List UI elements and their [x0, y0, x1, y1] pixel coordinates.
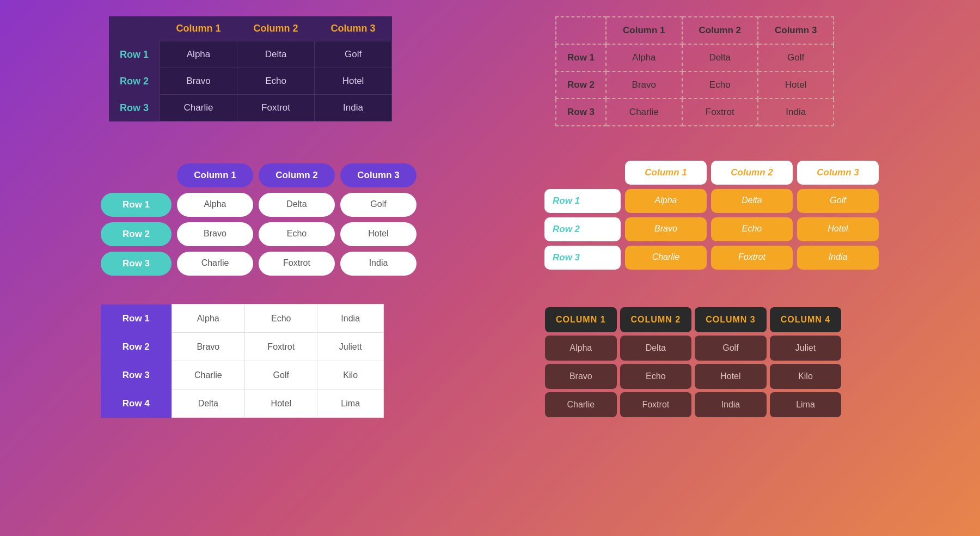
table3-r2c2: Echo — [259, 222, 335, 246]
table5-r4c1: Delta — [171, 389, 245, 418]
table3-corner — [101, 163, 171, 187]
table5-r4c2: Hotel — [245, 389, 317, 418]
table3-r1c2: Delta — [259, 193, 335, 217]
table4-r1c3: Golf — [797, 189, 879, 213]
table6-r3c2: Foxtrot — [620, 392, 692, 417]
table6-col3-header: COLUMN 3 — [695, 307, 767, 332]
table2-row2-header: Row 2 — [556, 71, 606, 99]
table5: Row 1 Alpha Echo India Row 2 Bravo Foxtr… — [101, 304, 384, 418]
table6-r2c3: Hotel — [695, 364, 767, 389]
table5-r1c1: Alpha — [171, 304, 245, 333]
table1-r3c2: Foxtrot — [237, 95, 315, 121]
table3-r3c3: India — [340, 252, 416, 276]
table5-r2c3: Juliett — [317, 333, 384, 361]
table3-col2-header: Column 2 — [259, 163, 335, 187]
table1-r3c3: India — [315, 95, 392, 121]
table4-col1-header: Column 1 — [625, 161, 707, 185]
table2-row1-header: Row 1 — [556, 44, 606, 71]
table2-col2-header: Column 2 — [682, 17, 758, 44]
table4-row1-header: Row 1 — [544, 189, 621, 213]
table4-r2c3: Hotel — [797, 217, 879, 241]
table2-r2c1: Bravo — [606, 71, 682, 99]
table3-r2c1: Bravo — [177, 222, 253, 246]
table4-r3c2: Foxtrot — [711, 246, 793, 270]
table1-r2c3: Hotel — [315, 68, 392, 95]
table4: Column 1 Column 2 Column 3 Row 1 Alpha D… — [544, 161, 879, 270]
table5-row1-header: Row 1 — [101, 304, 171, 333]
table5-r3c3: Kilo — [317, 361, 384, 389]
table5-r4c3: Lima — [317, 389, 384, 418]
table4-row3-header: Row 3 — [544, 246, 621, 270]
table1-r1c3: Golf — [315, 41, 392, 68]
table3-r2c3: Hotel — [340, 222, 416, 246]
table3-row2-header: Row 2 — [101, 222, 171, 246]
table1-row2-header: Row 2 — [109, 68, 160, 95]
table3-col3-header: Column 3 — [340, 163, 416, 187]
table3-r3c2: Foxtrot — [259, 252, 335, 276]
table5-r3c2: Golf — [245, 361, 317, 389]
table5-r1c2: Echo — [245, 304, 317, 333]
table4-col3-header: Column 3 — [797, 161, 879, 185]
table2-col1-header: Column 1 — [606, 17, 682, 44]
table4-row2-header: Row 2 — [544, 217, 621, 241]
table6-r2c1: Bravo — [545, 364, 617, 389]
table4-col2-header: Column 2 — [711, 161, 793, 185]
left-half: Column 1 Column 2 Column 3 Row 1 Alpha D… — [0, 0, 490, 536]
table4-r2c1: Bravo — [625, 217, 707, 241]
table6-r3c3: India — [695, 392, 767, 417]
table1-r1c1: Alpha — [160, 41, 237, 68]
table2-col3-header: Column 3 — [758, 17, 834, 44]
table6-col1-header: COLUMN 1 — [545, 307, 617, 332]
table3-row1-header: Row 1 — [101, 193, 171, 217]
table5-r2c2: Foxtrot — [245, 333, 317, 361]
table5-row2-header: Row 2 — [101, 333, 171, 361]
table6-r3c4: Lima — [770, 392, 842, 417]
table4-r3c3: India — [797, 246, 879, 270]
table2-r1c3: Golf — [758, 44, 834, 71]
table5-row4-header: Row 4 — [101, 389, 171, 418]
table2-r1c2: Delta — [682, 44, 758, 71]
table1-col3-header: Column 3 — [315, 16, 392, 41]
table1-corner — [109, 16, 160, 41]
table3: Column 1 Column 2 Column 3 Row 1 Alpha D… — [101, 163, 416, 276]
table1-r1c2: Delta — [237, 41, 315, 68]
table3-r1c1: Alpha — [177, 193, 253, 217]
table1-row1-header: Row 1 — [109, 41, 160, 68]
table3-r3c1: Charlie — [177, 252, 253, 276]
table2-row3-header: Row 3 — [556, 99, 606, 126]
table4-corner — [544, 161, 621, 185]
right-half: Column 1 Column 2 Column 3 Row 1 Alpha D… — [490, 0, 980, 536]
table6-r1c4: Juliet — [770, 336, 842, 361]
table3-col1-header: Column 1 — [177, 163, 253, 187]
table1-row3-header: Row 3 — [109, 95, 160, 121]
table4-r2c2: Echo — [711, 217, 793, 241]
table4-r1c1: Alpha — [625, 189, 707, 213]
table6-r2c2: Echo — [620, 364, 692, 389]
table6-col2-header: COLUMN 2 — [620, 307, 692, 332]
table6-r2c4: Kilo — [770, 364, 842, 389]
table1-col2-header: Column 2 — [237, 16, 315, 41]
table1-r2c2: Echo — [237, 68, 315, 95]
table5-row3-header: Row 3 — [101, 361, 171, 389]
table6-r1c2: Delta — [620, 336, 692, 361]
table3-row3-header: Row 3 — [101, 252, 171, 276]
page-container: Column 1 Column 2 Column 3 Row 1 Alpha D… — [0, 0, 980, 536]
table1-r2c1: Bravo — [160, 68, 237, 95]
table2-r3c1: Charlie — [606, 99, 682, 126]
table1-r3c1: Charlie — [160, 95, 237, 121]
table4-r3c1: Charlie — [625, 246, 707, 270]
table1-col1-header: Column 1 — [160, 16, 237, 41]
table2-corner — [556, 17, 606, 44]
table3-r1c3: Golf — [340, 193, 416, 217]
table4-r1c2: Delta — [711, 189, 793, 213]
table5-r3c1: Charlie — [171, 361, 245, 389]
table6-r3c1: Charlie — [545, 392, 617, 417]
table2-r2c3: Hotel — [758, 71, 834, 99]
table6-col4-header: COLUMN 4 — [770, 307, 842, 332]
table2-r1c1: Alpha — [606, 44, 682, 71]
table6: COLUMN 1 COLUMN 2 COLUMN 3 COLUMN 4 Alph… — [542, 304, 844, 421]
table2-r2c2: Echo — [682, 71, 758, 99]
table5-r2c1: Bravo — [171, 333, 245, 361]
table2: Column 1 Column 2 Column 3 Row 1 Alpha D… — [555, 16, 834, 126]
table1: Column 1 Column 2 Column 3 Row 1 Alpha D… — [109, 16, 392, 121]
